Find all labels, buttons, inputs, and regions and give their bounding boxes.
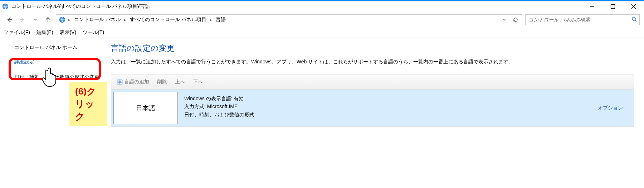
- search-box[interactable]: [525, 14, 640, 25]
- svg-rect-3: [611, 5, 615, 9]
- svg-line-12: [635, 20, 636, 21]
- remove-language-label: 削除: [157, 79, 167, 85]
- window-close-button[interactable]: [623, 1, 644, 12]
- page-heading: 言語の設定の変更: [111, 43, 634, 54]
- sidebar-advanced-settings-link[interactable]: 詳細設定: [14, 59, 34, 65]
- nav-back-button[interactable]: [4, 15, 14, 25]
- language-row[interactable]: 日本語 Windows の表示言語: 有効 入力方式: Microsoft IM…: [111, 90, 634, 127]
- chevron-down-icon: [502, 18, 506, 22]
- menu-view[interactable]: 表示(V): [60, 29, 77, 36]
- add-language-label: 言語の追加: [124, 79, 149, 85]
- window-titlebar: 字 コントロール パネル¥すべてのコントロール パネル項目¥言語: [0, 0, 644, 12]
- breadcrumb-mid[interactable]: すべてのコントロール パネル項目: [128, 15, 209, 24]
- window-maximize-button[interactable]: [602, 1, 623, 12]
- add-language-icon: 字: [117, 79, 123, 85]
- address-globe-icon: 字: [59, 16, 65, 23]
- breadcrumb-root[interactable]: コントロール パネル: [72, 15, 123, 24]
- language-options-link[interactable]: オプション: [598, 105, 623, 111]
- move-down-label: 下へ: [193, 79, 203, 85]
- chevron-down-icon: [33, 18, 37, 22]
- maximize-icon: [610, 4, 615, 9]
- language-format-line: 日付、時刻、および数値の形式: [184, 111, 583, 119]
- page-description: 入力は、一覧に追加したすべての言語で行うことができます。Windows、アプリ、…: [111, 59, 634, 65]
- arrow-up-icon: [45, 16, 51, 23]
- breadcrumb-leaf[interactable]: 言語: [214, 15, 228, 24]
- refresh-button[interactable]: [511, 15, 521, 24]
- move-up-button[interactable]: 上へ: [172, 77, 188, 87]
- sidebar-control-panel-home[interactable]: コントロール パネル ホーム: [14, 44, 100, 51]
- menu-tools[interactable]: ツール(T): [83, 29, 104, 36]
- menu-edit[interactable]: 編集(E): [36, 29, 53, 36]
- nav-forward-button[interactable]: [17, 15, 27, 25]
- arrow-left-icon: [6, 16, 13, 23]
- add-language-button[interactable]: 字 言語の追加: [114, 77, 152, 87]
- sidebar-date-format-link[interactable]: 日付、時刻、または数値の形式の変更: [14, 73, 100, 81]
- refresh-icon: [513, 17, 518, 23]
- language-details: Windows の表示言語: 有効 入力方式: Microsoft IME 日付…: [180, 90, 587, 126]
- app-globe-icon: 字: [2, 3, 9, 10]
- address-history-dropdown[interactable]: [499, 15, 509, 24]
- address-row: 字 ▸ コントロール パネル ▸ すべてのコントロール パネル項目 ▸ 言語: [0, 12, 644, 27]
- main-content: 言語の設定の変更 入力は、一覧に追加したすべての言語で行うことができます。Win…: [107, 38, 644, 188]
- search-input[interactable]: [528, 16, 631, 23]
- remove-language-button[interactable]: 削除: [154, 77, 170, 87]
- window-minimize-button[interactable]: [582, 1, 602, 12]
- menu-bar: ファイル(F) 編集(E) 表示(V) ツール(T): [0, 27, 644, 38]
- move-down-button[interactable]: 下へ: [190, 77, 206, 87]
- svg-text:字: 字: [118, 80, 122, 84]
- language-input-line: 入力方式: Microsoft IME: [184, 102, 583, 110]
- chevron-right-icon[interactable]: ▸: [209, 18, 213, 22]
- chevron-right-icon[interactable]: ▸: [123, 18, 127, 22]
- nav-recent-dropdown[interactable]: [30, 15, 40, 25]
- language-display-line: Windows の表示言語: 有効: [184, 95, 583, 102]
- menu-file[interactable]: ファイル(F): [4, 29, 30, 36]
- arrow-right-icon: [19, 16, 25, 23]
- svg-text:字: 字: [61, 19, 64, 22]
- language-toolbar: 字 言語の追加 削除 上へ 下へ: [111, 74, 634, 90]
- address-bar[interactable]: 字 ▸ コントロール パネル ▸ すべてのコントロール パネル項目 ▸ 言語: [56, 14, 522, 25]
- window-title: コントロール パネル¥すべてのコントロール パネル項目¥言語: [11, 3, 150, 10]
- sidebar: コントロール パネル ホーム 詳細設定 日付、時刻、または数値の形式の変更 (6…: [0, 38, 107, 188]
- language-name-cell[interactable]: 日本語: [113, 92, 178, 124]
- close-icon: [631, 4, 636, 9]
- chevron-right-icon[interactable]: ▸: [68, 18, 71, 22]
- annotation-click-label: (6)クリック: [69, 82, 107, 126]
- minimize-icon: [590, 4, 595, 9]
- move-up-label: 上へ: [175, 79, 185, 85]
- svg-text:字: 字: [4, 6, 7, 9]
- nav-up-button[interactable]: [43, 15, 53, 25]
- search-icon[interactable]: [631, 16, 637, 23]
- svg-point-11: [632, 17, 635, 20]
